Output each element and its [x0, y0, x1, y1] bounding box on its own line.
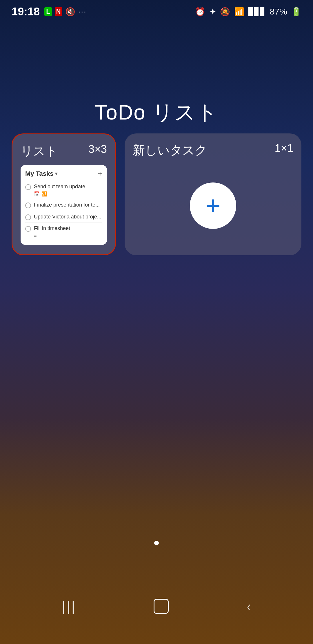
page-title: ToDo リスト: [0, 99, 313, 126]
task-checkbox[interactable]: [25, 184, 31, 190]
wifi-icon: 📶: [234, 7, 244, 17]
media-icon: 🔇: [65, 7, 75, 17]
todo-card-title: My Tasks ▾: [25, 170, 57, 178]
status-bar: 19:18 L N 🔇 ··· ⏰ ✦ 🔕 📶 ▊▊▊ 87% 🔋: [0, 0, 313, 23]
task-text: Fill in timesheet: [34, 225, 102, 232]
page-indicator: [0, 541, 313, 545]
todo-item[interactable]: Send out team update 📅 🔁: [25, 181, 102, 199]
task-content: Fill in timesheet ≡: [34, 225, 102, 238]
list-widget[interactable]: リスト 3×3 My Tasks ▾ + Send out team updat…: [12, 133, 116, 255]
new-task-widget-label: 新しいタスク: [133, 142, 207, 158]
signal-icon: ▊▊▊: [248, 7, 266, 16]
new-task-widget-size: 1×1: [275, 142, 293, 155]
line-icon: L: [44, 7, 52, 16]
task-checkbox[interactable]: [25, 202, 31, 208]
battery-icon: 🔋: [291, 7, 301, 17]
plus-icon: +: [205, 193, 221, 219]
todo-card-header: My Tasks ▾ +: [25, 169, 102, 178]
widgets-area: リスト 3×3 My Tasks ▾ + Send out team updat…: [12, 133, 301, 255]
status-left: 19:18 L N 🔇 ···: [12, 6, 87, 18]
home-button[interactable]: [154, 599, 169, 614]
task-checkbox[interactable]: [25, 226, 31, 232]
status-time: 19:18: [12, 6, 40, 18]
task-sub-icons: 📅 🔁: [34, 191, 102, 197]
mute-icon: 🔕: [220, 7, 230, 17]
more-icon: ···: [78, 7, 87, 16]
new-task-widget-header: 新しいタスク 1×1: [133, 142, 293, 158]
calendar-icon: 📅: [34, 191, 40, 197]
todo-title-text: My Tasks: [25, 170, 53, 178]
page-dot: [154, 541, 159, 545]
todo-item[interactable]: Finalize presentation for te...: [25, 199, 102, 211]
new-task-content: +: [133, 164, 293, 247]
task-text: Update Victoria about proje...: [34, 214, 102, 220]
list-widget-header: リスト 3×3: [21, 143, 107, 159]
nhk-icon: N: [55, 7, 62, 16]
alarm-icon: ⏰: [195, 7, 205, 17]
recent-apps-button[interactable]: |||: [62, 598, 76, 614]
todo-item[interactable]: Update Victoria about proje...: [25, 211, 102, 223]
task-checkbox[interactable]: [25, 214, 31, 220]
notes-icon: ≡: [34, 233, 37, 238]
list-widget-label: リスト: [21, 143, 58, 159]
add-task-button[interactable]: +: [98, 169, 102, 178]
bluetooth-icon: ✦: [209, 7, 216, 17]
status-icons-left: L N 🔇 ···: [44, 7, 87, 17]
todo-card[interactable]: My Tasks ▾ + Send out team update 📅 🔁: [21, 165, 107, 245]
battery-percent: 87%: [270, 7, 287, 17]
add-task-circle[interactable]: +: [190, 182, 236, 229]
task-sub-icons: ≡: [34, 233, 102, 238]
task-content: Update Victoria about proje...: [34, 214, 102, 220]
back-button[interactable]: ‹: [247, 598, 250, 615]
list-widget-size: 3×3: [88, 143, 107, 155]
status-right: ⏰ ✦ 🔕 📶 ▊▊▊ 87% 🔋: [195, 7, 301, 17]
nav-bar: ||| ‹: [0, 580, 313, 644]
todo-item[interactable]: Fill in timesheet ≡: [25, 223, 102, 240]
task-text: Send out team update: [34, 183, 102, 190]
task-text: Finalize presentation for te...: [34, 202, 102, 208]
task-content: Send out team update 📅 🔁: [34, 183, 102, 197]
new-task-widget[interactable]: 新しいタスク 1×1 +: [125, 133, 301, 255]
dropdown-arrow-icon[interactable]: ▾: [55, 171, 57, 176]
task-content: Finalize presentation for te...: [34, 202, 102, 208]
repeat-icon: 🔁: [41, 191, 47, 197]
